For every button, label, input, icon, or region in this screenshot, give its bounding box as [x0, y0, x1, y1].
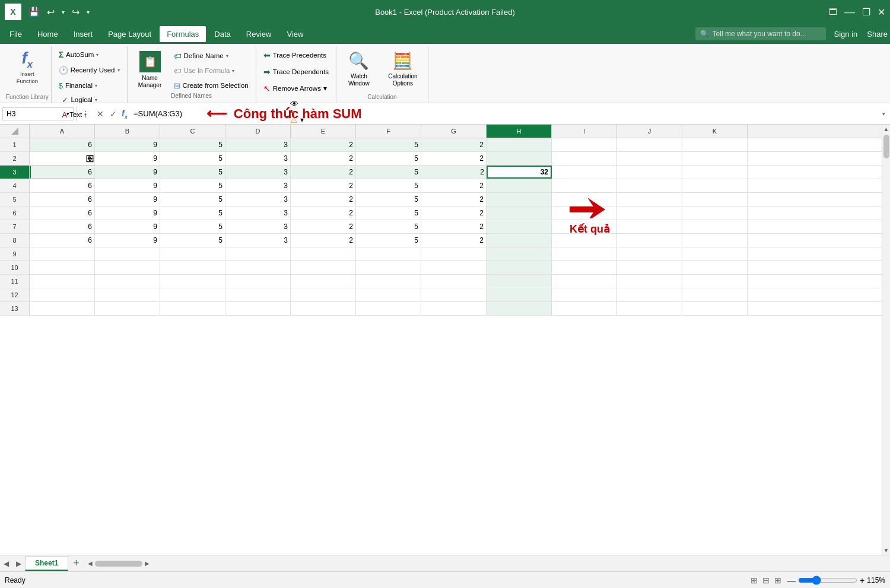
cell-C3[interactable]: 5	[160, 166, 225, 179]
cell-C13[interactable]	[160, 302, 225, 315]
define-name-button[interactable]: 🏷 Define Name ▾	[170, 49, 252, 63]
formula-input[interactable]: =SUM(A3:G3) ⟵ Công thức hàm SUM	[130, 106, 880, 122]
cell-H9[interactable]	[487, 247, 552, 260]
cell-G6[interactable]: 2	[421, 206, 487, 220]
cell-D8[interactable]: 3	[225, 234, 291, 247]
cell-E9[interactable]	[291, 247, 356, 260]
cell-I12[interactable]	[552, 288, 617, 301]
cell-A7[interactable]: 6	[30, 220, 95, 233]
cell-C1[interactable]: 5	[160, 138, 225, 151]
cell-E7[interactable]: 2	[291, 220, 356, 233]
cell-I10[interactable]	[552, 261, 617, 274]
next-sheet-button[interactable]: ▶	[12, 560, 25, 568]
cell-H8[interactable]	[487, 234, 552, 247]
h-scroll-left-arrow[interactable]: ◀	[88, 560, 93, 567]
cell-G13[interactable]	[421, 302, 487, 315]
row-header-7[interactable]: 7	[0, 220, 30, 233]
cell-J9[interactable]	[617, 247, 682, 260]
cell-A4[interactable]: 6	[30, 179, 95, 192]
cell-H5[interactable]	[487, 193, 552, 206]
cell-C8[interactable]: 5	[160, 234, 225, 247]
menu-item-review[interactable]: Review	[239, 26, 279, 42]
cell-A11[interactable]	[30, 275, 95, 288]
cell-H10[interactable]	[487, 261, 552, 274]
cell-H4[interactable]	[487, 179, 552, 192]
scroll-thumb-vertical[interactable]	[883, 135, 889, 158]
col-header-I[interactable]: I	[552, 125, 617, 138]
cell-I2[interactable]	[552, 152, 617, 165]
customize-qat[interactable]: ▾	[84, 8, 92, 17]
add-sheet-button[interactable]: +	[69, 556, 83, 571]
cell-J13[interactable]	[617, 302, 682, 315]
cell-B13[interactable]	[95, 302, 160, 315]
cell-A9[interactable]	[30, 247, 95, 260]
cell-J11[interactable]	[617, 275, 682, 288]
cell-E2[interactable]: 2	[291, 152, 356, 165]
insert-function-button[interactable]: fx InsertFunction	[12, 47, 43, 87]
cell-J12[interactable]	[617, 288, 682, 301]
cell-E5[interactable]: 2	[291, 193, 356, 206]
row-header-12[interactable]: 12	[0, 288, 30, 301]
cell-K7[interactable]	[682, 220, 748, 233]
text-button[interactable]: A Text ▾	[58, 107, 119, 122]
recently-used-button[interactable]: 🕐 Recently Used ▾	[55, 63, 123, 77]
menu-search-box[interactable]: 🔍 Tell me what you want to do...	[695, 27, 826, 40]
text-dropdown-icon[interactable]: ▾	[84, 112, 87, 117]
cell-D7[interactable]: 3	[225, 220, 291, 233]
cell-D12[interactable]	[225, 288, 291, 301]
cell-A13[interactable]	[30, 302, 95, 315]
cell-K13[interactable]	[682, 302, 748, 315]
cell-D4[interactable]: 3	[225, 179, 291, 192]
col-header-K[interactable]: K	[682, 125, 748, 138]
financial-button[interactable]: $ Financial ▾	[55, 78, 101, 93]
cell-I7[interactable]	[552, 220, 617, 233]
cell-D13[interactable]	[225, 302, 291, 315]
cell-I13[interactable]	[552, 302, 617, 315]
row-header-8[interactable]: 8	[0, 234, 30, 247]
name-manager-button[interactable]: 📋 NameManager	[131, 49, 169, 91]
cell-G4[interactable]: 2	[421, 179, 487, 192]
row-header-6[interactable]: 6	[0, 206, 30, 220]
calculation-options-button[interactable]: 🧮 CalculationOptions	[382, 47, 424, 90]
share-button[interactable]: Share	[867, 30, 888, 39]
cell-I11[interactable]	[552, 275, 617, 288]
cell-J6[interactable]	[617, 206, 682, 220]
page-break-view-icon[interactable]: ⊞	[773, 574, 783, 586]
row-header-11[interactable]: 11	[0, 275, 30, 288]
watch-window-button[interactable]: 🔍 WatchWindow	[340, 47, 378, 90]
row-header-5[interactable]: 5	[0, 193, 30, 206]
cell-I1[interactable]	[552, 138, 617, 151]
cell-F10[interactable]	[356, 261, 421, 274]
cell-K12[interactable]	[682, 288, 748, 301]
cell-H11[interactable]	[487, 275, 552, 288]
formula-bar-dropdown[interactable]: ▾	[880, 111, 888, 117]
autosum-dropdown-icon[interactable]: ▾	[96, 52, 98, 58]
col-header-G[interactable]: G	[421, 125, 487, 138]
save-button[interactable]: 💾	[26, 5, 42, 18]
close-button[interactable]: ✕	[878, 7, 885, 18]
cell-B3[interactable]: 9	[95, 166, 160, 179]
cell-J7[interactable]	[617, 220, 682, 233]
menu-item-formulas[interactable]: Formulas	[160, 26, 206, 42]
autosum-button[interactable]: Σ AutoSum ▾	[55, 47, 103, 62]
cell-B4[interactable]: 9	[95, 179, 160, 192]
menu-item-data[interactable]: Data	[207, 26, 237, 42]
cell-G5[interactable]: 2	[421, 193, 487, 206]
cell-F11[interactable]	[356, 275, 421, 288]
sign-in-link[interactable]: Sign in	[834, 30, 858, 39]
cell-F2[interactable]: 5	[356, 152, 421, 165]
cell-J3[interactable]	[617, 166, 682, 179]
corner-cell[interactable]	[0, 125, 30, 138]
cell-A10[interactable]	[30, 261, 95, 274]
cell-G7[interactable]: 2	[421, 220, 487, 233]
cell-E1[interactable]: 2	[291, 138, 356, 151]
cell-I9[interactable]	[552, 247, 617, 260]
col-header-E[interactable]: E	[291, 125, 356, 138]
cell-E4[interactable]: 2	[291, 179, 356, 192]
zoom-out-button[interactable]: —	[787, 576, 796, 585]
cell-D6[interactable]: 3	[225, 206, 291, 220]
cell-J1[interactable]	[617, 138, 682, 151]
create-from-selection-button[interactable]: ⊟ Create from Selection	[170, 78, 252, 93]
remove-arrows-dropdown[interactable]: ▾	[323, 84, 327, 93]
cell-B5[interactable]: 9	[95, 193, 160, 206]
